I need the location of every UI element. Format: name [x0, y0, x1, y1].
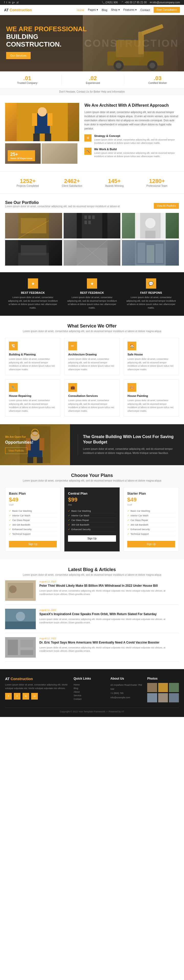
footer-link-about[interactable]: About — [74, 690, 105, 694]
about-title: We Are Architect With A Different Approa… — [84, 103, 179, 108]
nav-contact[interactable]: Contact — [140, 8, 150, 11]
svg-rect-32 — [21, 245, 46, 255]
blog-post-1-title[interactable]: Peter Thiel Would Likely Make $5 Billion… — [40, 584, 179, 588]
consultation-button[interactable]: Free Consultation — [154, 7, 180, 13]
portfolio-item-5[interactable] — [63, 240, 121, 266]
about-images: 25+ Years Of Experience — [5, 103, 79, 164]
instagram-icon[interactable]: in — [9, 1, 11, 4]
services-section: What Service We Offer Lorem ipsum dolor … — [0, 316, 184, 424]
basic-signup-button[interactable]: Sign Up — [9, 541, 57, 547]
blog-post-1-date: August 12, 2022 — [40, 580, 179, 583]
counter-3: 145+ Awards Winning — [105, 178, 124, 187]
portfolio-item-2[interactable] — [63, 213, 121, 239]
experience-years: 25+ — [10, 152, 32, 157]
portfolio-visual-6 — [122, 240, 179, 266]
footer-copyright: Copyright © 2022 Yoor Template Framework… — [5, 708, 179, 713]
navbar: AT Construction Home Pages ▾ Blog Shop ▾… — [0, 5, 184, 15]
portfolio-subtitle: Lorem ipsum dolor sit amet, consectetur … — [5, 205, 120, 208]
feature-1-title: Strategy & Concept — [94, 134, 179, 137]
portfolio-item-4[interactable] — [5, 240, 62, 266]
footer-photo-3[interactable] — [169, 683, 179, 692]
services-button[interactable]: Our Services — [6, 52, 31, 59]
footer-link-home[interactable]: Home — [74, 683, 105, 687]
service-4: 🔧 House Repairing Lorem ipsum dolor sit … — [5, 379, 60, 417]
divider — [61, 75, 62, 84]
footer-youtube-icon[interactable]: yt — [31, 693, 38, 700]
svg-rect-25 — [88, 221, 91, 224]
footer-link-contact[interactable]: Contact — [74, 697, 105, 701]
stat-2-label: Experienced — [86, 82, 100, 84]
blog-post-3-title[interactable]: Dr. Eric Topol Says More Americans Will … — [40, 641, 179, 645]
service-3-text: Lorem ipsum dolor sit amet, consectetur … — [127, 358, 175, 371]
footer-photo-5[interactable] — [158, 693, 168, 702]
svg-point-11 — [38, 107, 47, 116]
footer-link-service[interactable]: Service — [74, 694, 105, 697]
svg-rect-15 — [45, 134, 51, 141]
nav-pages[interactable]: Pages ▾ — [88, 8, 98, 11]
footer-photos-title: Photos — [147, 677, 179, 680]
twitter-icon[interactable]: t — [6, 1, 7, 4]
social-links[interactable]: f t in g+ yt — [4, 1, 19, 4]
service-2-title: Architecture Drawing — [68, 353, 116, 356]
brand-name: Construction — [10, 8, 32, 12]
footer-photos-grid — [147, 683, 179, 702]
footer-photo-2[interactable] — [158, 683, 168, 692]
feedback-icon-1: ★ — [28, 278, 38, 289]
service-4-title: House Repairing — [9, 394, 57, 398]
svg-point-52 — [9, 585, 17, 593]
facebook-icon[interactable]: f — [4, 1, 5, 4]
blog-post-1-text: Lorem ipsum dolor sit amet, consectetur … — [40, 589, 179, 596]
starter-feature-4: 300 GB Bandwith — [127, 522, 175, 527]
blog-post-3-content: August 12, 2022 Dr. Eric Topol Says More… — [40, 637, 179, 653]
dark-feature-2: ★ Best Feedback Lorem ipsum dolor sit am… — [67, 278, 117, 310]
portfolio-img-1 — [5, 213, 62, 239]
starter-signup-button[interactable]: Sign Up — [127, 541, 175, 547]
footer-photo-6[interactable] — [169, 693, 179, 702]
nav-blog[interactable]: Blog — [102, 8, 107, 11]
stat-3-label: Certified Worker — [149, 82, 167, 84]
portfolio-item-1[interactable] — [5, 213, 62, 239]
nav-shop[interactable]: Shop ▾ — [111, 8, 120, 11]
response-icon: 💬 — [146, 278, 156, 289]
nav-features[interactable]: Features ▾ — [124, 8, 137, 11]
youtube-icon[interactable]: yt — [17, 1, 19, 4]
footer-facebook-icon[interactable]: f — [5, 693, 12, 700]
portfolio-item-3[interactable] — [122, 213, 179, 239]
experience-overlay: 25+ Years Of Experience — [8, 150, 35, 161]
brand-logo[interactable]: AT Construction — [4, 8, 32, 12]
counter-2-value: 2462+ — [62, 178, 82, 185]
stat-1: .01 Trusted Company — [17, 75, 37, 84]
footer-twitter-icon[interactable]: t — [14, 693, 21, 700]
central-signup-button[interactable]: Sign Up — [68, 535, 116, 542]
footer-instagram-icon[interactable]: in — [22, 693, 29, 700]
view-portfolio-button[interactable]: View Portfolio — [5, 447, 27, 454]
blog-image-1 — [5, 580, 36, 601]
footer-photo-1[interactable] — [147, 683, 157, 692]
google-icon[interactable]: g+ — [12, 1, 15, 4]
footer-photo-4[interactable] — [147, 693, 157, 702]
blog-post-2-date: August 12, 2022 — [40, 609, 179, 611]
counter-4-label: Professional Team — [146, 185, 167, 187]
architecture-icon: ✏ — [68, 342, 77, 350]
svg-rect-41 — [155, 244, 163, 263]
footer-about-title: About Us — [110, 677, 142, 680]
service-1-title: Building & Planning — [9, 353, 57, 356]
dark-feature-1: ★ Best Feedback Lorem ipsum dolor sit am… — [7, 278, 59, 310]
blog-post-2-title[interactable]: SpaceX's Inspiration4 Crew Speaks From O… — [40, 612, 179, 616]
starter-plan-card: Starter Plan $49 Staff Basic Car Washing… — [124, 487, 179, 552]
basic-feature-2: Interior Car Wash — [9, 513, 57, 518]
stat-3-number: .03 — [149, 75, 167, 82]
portfolio-img-6 — [122, 240, 179, 266]
portfolio-visual-4 — [5, 240, 62, 266]
view-all-portfolio-button[interactable]: View All Portfolio — [154, 203, 179, 209]
svg-rect-12 — [32, 113, 37, 126]
counter-1-value: 1252+ — [17, 178, 39, 185]
footer-link-blog[interactable]: Blog — [74, 687, 105, 690]
portfolio-item-6[interactable] — [122, 240, 179, 266]
nav-home[interactable]: Home — [77, 8, 84, 11]
counter-2-label: Client Satisfaction — [62, 185, 82, 187]
footer-about-col: About Us 43 Anywhere Road Exeter 7Rd NW … — [110, 677, 142, 702]
central-feature-3: Car Glass Repair — [68, 518, 116, 522]
feature-1-content: Strategy & Concept Lorem ipsum dolor sit… — [94, 134, 179, 145]
topbar: f t in g+ yt 📞 (24)51 906 📱 +86 00 17 85… — [0, 0, 184, 5]
